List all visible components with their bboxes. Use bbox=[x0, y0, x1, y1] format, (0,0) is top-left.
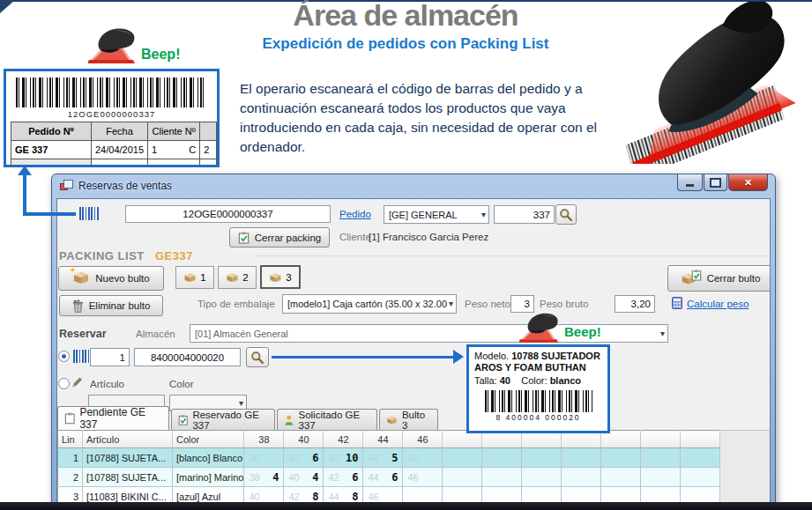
bulto-tab-1[interactable]: 1 bbox=[175, 266, 214, 289]
manual-mode-radio[interactable] bbox=[58, 378, 70, 389]
box-icon bbox=[386, 415, 398, 425]
order-pedido-value: GE 337 bbox=[11, 141, 92, 159]
cliente-value: [1] Francisco Garcia Perez bbox=[369, 232, 488, 242]
window-title: Reservas de ventas bbox=[78, 180, 172, 192]
slide: Área de almacén Expedición de pedidos co… bbox=[0, 0, 812, 510]
calculator-icon bbox=[672, 297, 682, 309]
bulto-tab-2[interactable]: 2 bbox=[218, 266, 257, 289]
order-col-fecha: Fecha bbox=[91, 122, 147, 141]
order-col-cliente: Cliente Nº bbox=[148, 122, 200, 141]
beep-label: Beep! bbox=[564, 324, 601, 339]
trash-icon bbox=[72, 299, 84, 313]
order-number-input[interactable]: 337 bbox=[494, 205, 555, 224]
box-icon bbox=[183, 272, 197, 283]
talla-label: Talla: bbox=[474, 375, 497, 386]
reservar-label: Reservar bbox=[59, 328, 107, 340]
close-button[interactable] bbox=[728, 174, 768, 191]
search-order-button[interactable] bbox=[555, 204, 577, 225]
tipo-embalaje-dropdown[interactable]: [modelo1] Caja cartón (35.00 x 32.00 bbox=[282, 294, 457, 314]
order-barcode-card: 12OGE0000000337 Pedido Nº Fecha Cliente … bbox=[4, 69, 220, 167]
box-icon bbox=[269, 272, 282, 283]
barcode-scanner-illustration bbox=[614, 2, 812, 164]
search-icon bbox=[559, 208, 573, 222]
popup-connector-line bbox=[272, 356, 455, 358]
pencil-icon bbox=[71, 376, 83, 388]
scan-input[interactable]: 12OGE0000000337 bbox=[125, 205, 331, 223]
series-dropdown[interactable]: [GE] GENERAL bbox=[384, 205, 489, 224]
color-label: Color: bbox=[521, 375, 547, 386]
tab-solicitado[interactable]: Solicitado GE 337 bbox=[277, 409, 377, 430]
grid-header-row: Lin Artículo Color 38 40 42 44 46 bbox=[58, 431, 720, 448]
connector-line-vertical bbox=[23, 174, 26, 215]
order-mini-table: Pedido Nº Fecha Cliente Nº GE 337 24/04/… bbox=[11, 122, 217, 167]
product-label-popup: Modelo. 10788 SUJETADOR AROS Y FOAM BUTH… bbox=[466, 344, 610, 433]
page-subtitle: Expedición de pedidos con Packing List bbox=[212, 35, 600, 53]
popup-modelo-line: Modelo. 10788 SUJETADOR AROS Y FOAM BUTH… bbox=[474, 351, 602, 373]
reservas-window: Reservas de ventas 12OGE0000000337 Pedid… bbox=[51, 174, 776, 510]
order-col-pedido: Pedido Nº bbox=[11, 122, 92, 141]
barcode-scan-icon bbox=[79, 207, 99, 220]
almacen-label: Almacén bbox=[136, 329, 175, 339]
order-fecha-value: 24/04/2015 bbox=[91, 141, 147, 159]
clipboard-check-icon bbox=[238, 232, 250, 244]
order-barcode-image bbox=[16, 78, 206, 107]
talla-value: 40 bbox=[500, 375, 510, 386]
peso-neto-label: Peso neto bbox=[465, 299, 510, 309]
group-divider bbox=[256, 255, 769, 256]
grid-filler bbox=[719, 430, 771, 506]
tab-reservado[interactable]: Reservado GE 337 bbox=[171, 409, 275, 430]
scanner-icon bbox=[88, 24, 141, 68]
scanner-icon bbox=[519, 310, 563, 345]
minimize-button[interactable] bbox=[677, 174, 703, 191]
eliminar-bulto-button[interactable]: Eliminar bulto bbox=[59, 295, 163, 316]
quantity-input[interactable]: 1 bbox=[90, 348, 130, 366]
color-value: blanco bbox=[550, 375, 581, 386]
maximize-button[interactable] bbox=[704, 174, 727, 191]
scan-mode-radio[interactable] bbox=[58, 351, 70, 362]
order-cut-value: 2 bbox=[200, 141, 217, 159]
bulto-tab-3[interactable]: 3 bbox=[260, 265, 301, 289]
intro-paragraph: El operario escaneará el código de barra… bbox=[240, 79, 638, 158]
product-barcode-digits: 8 400004 000020 bbox=[474, 413, 602, 422]
tipo-embalaje-label: Tipo de embalaje bbox=[197, 299, 275, 309]
window-titlebar[interactable]: Reservas de ventas bbox=[52, 174, 775, 198]
order-cliente-value: 1C bbox=[148, 141, 200, 159]
box-clipboard-icon bbox=[681, 270, 702, 286]
person-icon bbox=[284, 414, 294, 426]
order-col-cut bbox=[200, 122, 217, 141]
window-body: 12OGE0000000337 Pedido [GE] GENERAL 337 … bbox=[56, 198, 771, 509]
pedido-link[interactable]: Pedido bbox=[339, 209, 371, 219]
modelo-label: Modelo. bbox=[474, 351, 509, 361]
slide-corner-decoration bbox=[0, 0, 15, 13]
cerrar-bulto-button[interactable]: Cerrar bulto bbox=[667, 265, 771, 292]
popup-connector-arrowhead bbox=[453, 350, 464, 364]
cerrar-packing-button[interactable]: Cerrar packing bbox=[229, 227, 330, 248]
ean-input[interactable]: 8400004000020 bbox=[134, 348, 241, 366]
cliente-label: Cliente bbox=[339, 232, 371, 242]
peso-bruto-input[interactable]: 3,20 bbox=[615, 295, 655, 313]
grid-row-1[interactable]: 1 [10788] SUJETA... [blanco] Blanco 38 4… bbox=[58, 448, 720, 468]
page-title: Área de almacén bbox=[212, 0, 600, 33]
tab-bulto-3[interactable]: Bulto 3 bbox=[379, 409, 438, 430]
articulo-label: Artículo bbox=[90, 379, 124, 389]
product-barcode-image bbox=[485, 390, 592, 412]
packing-list-code: GE337 bbox=[155, 249, 193, 262]
box-new-icon: ✦ bbox=[72, 270, 90, 286]
search-icon bbox=[250, 351, 264, 365]
app-icon bbox=[60, 180, 73, 191]
tab-pendiente[interactable]: Pendiente GE 337 bbox=[57, 406, 169, 430]
grid-row-2[interactable]: 2 [10788] SUJETA... [marino] Marino 384 … bbox=[58, 468, 720, 487]
color-label: Color bbox=[169, 379, 193, 389]
peso-bruto-label: Peso bruto bbox=[540, 299, 589, 309]
popup-talla-color-line: Talla: 40 Color: blanco bbox=[474, 375, 602, 387]
connector-line-horizontal bbox=[23, 212, 76, 216]
slide-bottom-bar bbox=[0, 502, 812, 510]
calcular-peso-link[interactable]: Calcular peso bbox=[687, 299, 749, 309]
nuevo-bulto-button[interactable]: ✦ Nuevo bulto bbox=[58, 266, 164, 291]
order-barcode-text: 12OGE0000000337 bbox=[6, 109, 217, 119]
packing-list-label: PACKING LIST bbox=[59, 249, 145, 262]
search-article-button[interactable] bbox=[246, 347, 269, 367]
sizes-grid: Lin Artículo Color 38 40 42 44 46 1 [107… bbox=[57, 430, 720, 506]
box-icon bbox=[226, 272, 239, 283]
beep-label: Beep! bbox=[141, 47, 180, 63]
